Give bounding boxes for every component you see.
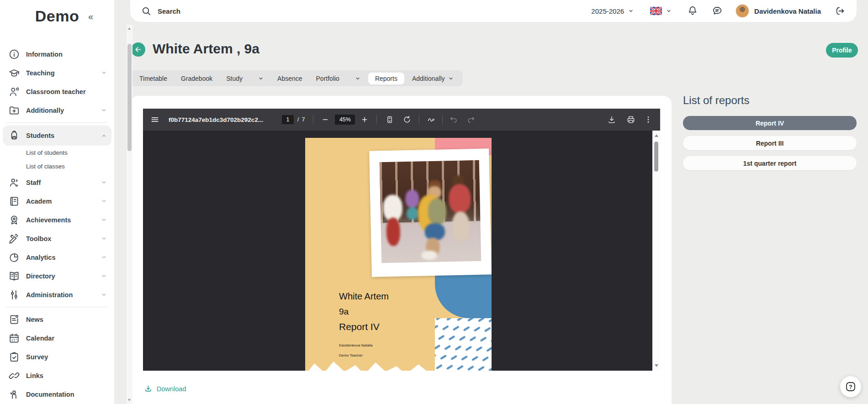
sidebar-subitem-list-of-classes[interactable]: List of classes [0,159,114,173]
content-card: f0b77124a7eb1dc3d702b292c2... 1 / 7 45% [130,96,672,404]
report-button-1st-quarter[interactable]: 1st quarter report [683,156,857,170]
sidebar-item-teaching[interactable]: Teaching [0,63,114,82]
cover-teacher-line2: Demo Teacher [339,353,363,357]
folder-plus-icon [8,105,20,116]
tab-portfolio[interactable]: Portfolio [309,73,367,84]
chevron-down-icon [101,292,107,298]
sidebar-item-achievements[interactable]: Achievements [0,210,114,229]
sidebar-item-label: Achievements [26,216,71,224]
pencils-icon [8,233,20,245]
language-selector[interactable] [650,7,672,15]
sidebar-item-news[interactable]: News [0,310,114,329]
uk-flag-icon [650,7,662,15]
tab-reports[interactable]: Reports [368,73,404,84]
sidebar-item-survey[interactable]: Survey [0,347,114,366]
chevron-down-icon [355,76,360,81]
sliders-icon [8,289,20,301]
photo-blob [449,184,471,214]
pie-chart-icon [8,252,20,263]
reports-panel: List of reports Report IV Report III 1st… [683,94,857,176]
sidebar-item-label: Classroom teacher [26,88,86,95]
help-icon: ? [845,381,857,393]
more-options-icon[interactable] [644,115,653,124]
scrollbar-thumb[interactable] [127,44,132,151]
sidebar-item-calendar[interactable]: Calendar [0,329,114,347]
sidebar-item-students[interactable]: Students [3,126,111,146]
sidebar-item-label: Toolbox [26,235,51,242]
pdf-scrollbar[interactable] [652,131,660,371]
undo-icon[interactable] [449,115,458,124]
user-name[interactable]: Davidenkova Natalia [754,7,821,15]
clipboard-check-icon [8,351,20,363]
download-icon[interactable] [607,115,616,124]
annotate-pen-icon[interactable] [427,115,436,124]
arrow-left-icon [134,46,142,53]
report-button-report-iii[interactable]: Report III [683,136,857,150]
sidebar-item-administration[interactable]: Administration [0,285,114,304]
sidebar-item-directory[interactable]: Directory [0,267,114,285]
chain-link-icon [8,370,20,382]
rotate-icon[interactable] [402,115,412,124]
sidebar-item-label: Academ [26,198,52,205]
school-year-selector[interactable]: 2025-2026 [591,7,634,15]
tab-additionally[interactable]: Additionally [405,73,460,84]
main-scrollbar[interactable] [127,25,132,404]
page-number-input[interactable]: 1 [282,115,294,124]
notifications-bell-icon[interactable] [687,5,698,16]
tab-timetable[interactable]: Timetable [132,73,174,84]
sidebar-item-academ[interactable]: Academ [0,192,114,210]
chevron-down-icon [448,76,454,81]
sidebar-item-label: Analytics [26,254,55,261]
sidebar-item-information[interactable]: Information [0,45,114,63]
sidebar-item-toolbox[interactable]: Toolbox [0,229,114,248]
download-label: Download [157,385,186,393]
photo-blob [428,198,446,225]
open-book-icon [8,270,20,282]
toolbar-divider [419,115,419,124]
download-report-link[interactable]: Download [144,384,186,393]
report-button-report-iv[interactable]: Report IV [683,116,857,130]
scroll-up-arrow[interactable] [128,27,131,30]
back-button[interactable] [131,42,145,57]
tab-bar: Timetable Gradebook Study Absence Portfo… [130,70,463,86]
sidebar-item-label: Students [26,132,54,139]
redo-icon[interactable] [466,115,476,124]
sidebar-item-additionally[interactable]: Additionally [0,101,114,120]
sidebar-item-analytics[interactable]: Analytics [0,248,114,267]
sidebar-subitem-list-of-students[interactable]: List of students [0,146,114,159]
sidebar-item-documentation[interactable]: Documentation [0,385,114,404]
tab-absence[interactable]: Absence [270,73,309,84]
page-count: / 7 [297,116,305,123]
search-input[interactable]: Search [141,6,180,16]
tab-study[interactable]: Study [219,73,270,84]
toolbar-divider [442,115,443,124]
scroll-down-arrow[interactable] [655,364,658,367]
toolbar-divider [313,115,313,124]
app-logo: Demo [0,0,114,45]
sidebar-collapse-icon[interactable]: « [88,12,93,21]
sidebar-divider [5,307,108,307]
zoom-in-icon[interactable] [361,115,368,124]
zoom-out-icon[interactable] [322,115,329,124]
logout-icon[interactable] [835,5,846,16]
fit-page-icon[interactable] [385,115,394,124]
download-icon [144,384,153,393]
tab-gradebook[interactable]: Gradebook [174,73,219,84]
scrollbar-thumb[interactable] [654,142,658,172]
print-icon[interactable] [626,115,635,124]
scroll-up-arrow[interactable] [655,134,658,137]
journal-icon [8,195,20,207]
pdf-toolbar: f0b77124a7eb1dc3d702b292c2... 1 / 7 45% [143,109,660,131]
help-button[interactable]: ? [840,376,861,397]
medal-icon [8,214,20,226]
chat-icon[interactable] [712,5,723,16]
sidebar-item-links[interactable]: Links [0,366,114,385]
sidebar-item-classroom-teacher[interactable]: Classroom teacher [0,82,114,101]
menu-icon[interactable] [150,115,159,124]
sidebar-item-staff[interactable]: Staff [0,173,114,192]
scroll-down-arrow[interactable] [128,399,131,401]
user-avatar[interactable] [736,4,749,18]
profile-button[interactable]: Profile [826,43,858,58]
cover-blue-block [435,272,492,318]
sidebar-item-label: Additionally [26,107,64,114]
